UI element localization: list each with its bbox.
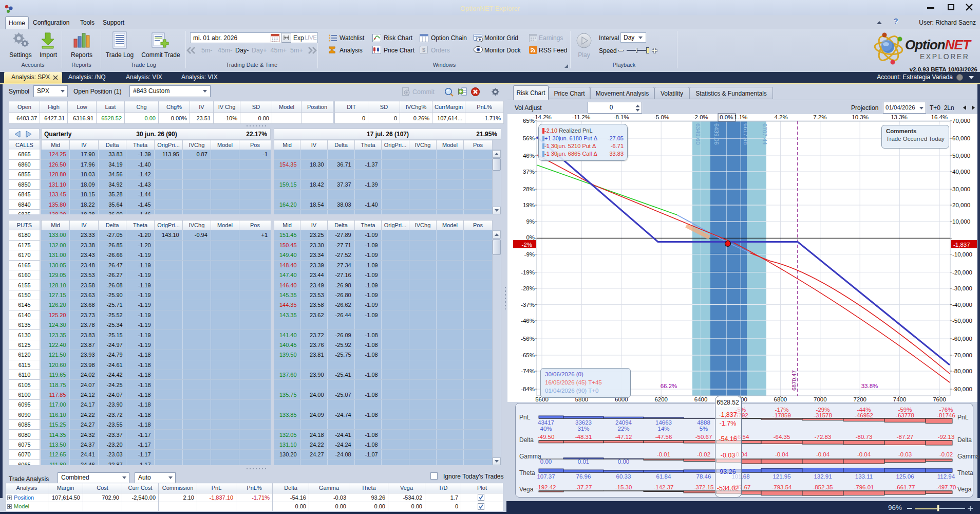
svg-text:-47.56: -47.56 xyxy=(655,434,672,440)
svg-text:-63778: -63778 xyxy=(896,412,914,418)
svg-text:-46%: -46% xyxy=(521,318,535,324)
svg-text:Gamma: Gamma xyxy=(519,453,541,460)
svg-text:13.3%: 13.3% xyxy=(891,114,908,120)
svg-text:16.4%: 16.4% xyxy=(931,114,948,120)
svg-text:-74%: -74% xyxy=(521,368,535,374)
svg-text:-192.42: -192.42 xyxy=(536,484,556,490)
svg-text:30,000: 30,000 xyxy=(952,186,970,192)
svg-text:61.84: 61.84 xyxy=(656,473,671,480)
svg-text:-47.12: -47.12 xyxy=(615,434,632,440)
svg-text:-0.03: -0.03 xyxy=(898,451,912,457)
svg-text:-661.77: -661.77 xyxy=(895,484,915,490)
svg-text:6349.60: 6349.60 xyxy=(695,123,701,145)
svg-text:24094: 24094 xyxy=(615,419,632,426)
svg-text:-11.2%: -11.2% xyxy=(572,114,591,120)
svg-text:31%: 31% xyxy=(577,426,589,432)
svg-text:Vega: Vega xyxy=(519,486,534,493)
svg-text:5%: 5% xyxy=(700,426,708,432)
svg-text:4888: 4888 xyxy=(697,419,710,426)
svg-text:Theta: Theta xyxy=(519,469,535,476)
svg-text:4.2%: 4.2% xyxy=(774,114,787,120)
svg-text:-20,000: -20,000 xyxy=(952,269,972,276)
svg-text:10,000: 10,000 xyxy=(952,218,970,225)
svg-text:6870.47: 6870.47 xyxy=(791,370,797,391)
svg-text:121.95: 121.95 xyxy=(772,473,790,480)
svg-text:-0.04: -0.04 xyxy=(857,451,871,457)
svg-text:-60,000: -60,000 xyxy=(952,336,972,342)
svg-text:40%: 40% xyxy=(540,426,552,432)
svg-text:0.01: 0.01 xyxy=(578,458,589,465)
svg-text:-81746: -81746 xyxy=(937,412,955,418)
svg-text:66.2%: 66.2% xyxy=(661,383,677,389)
svg-text:6200: 6200 xyxy=(654,396,668,402)
svg-text:Theta: Theta xyxy=(957,469,973,476)
svg-text:9%: 9% xyxy=(526,218,535,225)
svg-text:-37%: -37% xyxy=(521,302,535,308)
svg-text:-8.1%: -8.1% xyxy=(614,114,629,120)
svg-text:-70,000: -70,000 xyxy=(952,352,972,358)
svg-text:0.0%: 0.0% xyxy=(720,114,733,120)
svg-text:112.94: 112.94 xyxy=(937,473,955,480)
svg-text:-56%: -56% xyxy=(521,336,535,342)
svg-text:-50.67: -50.67 xyxy=(695,434,712,440)
svg-text:-0.01: -0.01 xyxy=(657,451,670,457)
svg-text:33623: 33623 xyxy=(575,419,592,426)
svg-text:-10,000: -10,000 xyxy=(952,251,972,258)
svg-text:0.00: 0.00 xyxy=(618,458,629,465)
svg-text:-2%: -2% xyxy=(522,242,532,248)
svg-text:107.37: 107.37 xyxy=(537,473,555,480)
svg-text:-80.73: -80.73 xyxy=(856,434,873,440)
svg-text:19%: 19% xyxy=(523,202,535,208)
svg-text:-50,000: -50,000 xyxy=(952,318,972,324)
svg-text:-92.13: -92.13 xyxy=(938,434,955,440)
svg-text:-19%: -19% xyxy=(521,269,535,276)
svg-text:-80,000: -80,000 xyxy=(952,368,972,374)
svg-text:-0.04: -0.04 xyxy=(775,451,789,457)
svg-text:50,000: 50,000 xyxy=(952,153,970,159)
svg-text:132.91: 132.91 xyxy=(814,473,832,480)
svg-text:0.00: 0.00 xyxy=(540,458,552,465)
svg-text:7600: 7600 xyxy=(933,396,946,402)
svg-text:-17859: -17859 xyxy=(772,412,791,418)
svg-text:7400: 7400 xyxy=(893,396,907,402)
svg-text:-90,000: -90,000 xyxy=(952,386,972,392)
svg-text:6617.98: 6617.98 xyxy=(743,123,749,145)
svg-text:-793.54: -793.54 xyxy=(771,484,792,490)
svg-text:6800: 6800 xyxy=(774,396,787,402)
svg-text:-65%: -65% xyxy=(521,352,535,358)
svg-text:-0.04: -0.04 xyxy=(816,451,830,457)
svg-text:-796.01: -796.01 xyxy=(854,484,874,490)
svg-text:76.96: 76.96 xyxy=(576,473,591,480)
svg-text:-48.31: -48.31 xyxy=(575,434,592,440)
svg-text:-372.15: -372.15 xyxy=(693,484,713,490)
svg-text:-40,000: -40,000 xyxy=(952,302,972,308)
svg-text:46%: 46% xyxy=(523,153,535,159)
svg-text:60,000: 60,000 xyxy=(952,135,970,141)
svg-text:-5.0%: -5.0% xyxy=(654,114,669,120)
svg-text:6439.06: 6439.06 xyxy=(713,123,720,145)
svg-text:7200: 7200 xyxy=(853,396,866,402)
svg-text:7.2%: 7.2% xyxy=(813,114,826,120)
svg-text:14%: 14% xyxy=(657,426,669,432)
svg-text:-72.83: -72.83 xyxy=(815,434,832,440)
svg-text:-2.0%: -2.0% xyxy=(693,114,708,120)
svg-text:-142.37: -142.37 xyxy=(653,484,673,490)
svg-text:0%: 0% xyxy=(526,234,535,241)
svg-text:20,000: 20,000 xyxy=(952,202,970,208)
svg-text:-87.27: -87.27 xyxy=(897,434,914,440)
svg-text:-84%: -84% xyxy=(521,386,535,392)
svg-text:78.46: 78.46 xyxy=(696,473,711,480)
svg-text:$: $ xyxy=(422,47,425,53)
svg-text:-37.27: -37.27 xyxy=(575,484,592,490)
svg-text:133.11: 133.11 xyxy=(855,473,873,480)
svg-text:Delta: Delta xyxy=(519,436,534,444)
svg-text:70,000: 70,000 xyxy=(952,118,970,124)
svg-text:Gamma: Gamma xyxy=(957,453,979,460)
svg-text:28%: 28% xyxy=(523,186,535,192)
svg-text:-46952: -46952 xyxy=(855,412,873,418)
svg-text:125.06: 125.06 xyxy=(896,473,914,480)
svg-text:6707.44: 6707.44 xyxy=(762,123,768,145)
svg-text:10.3%: 10.3% xyxy=(852,114,869,120)
svg-text:PnL: PnL xyxy=(519,414,531,421)
svg-text:40,000: 40,000 xyxy=(952,169,970,175)
